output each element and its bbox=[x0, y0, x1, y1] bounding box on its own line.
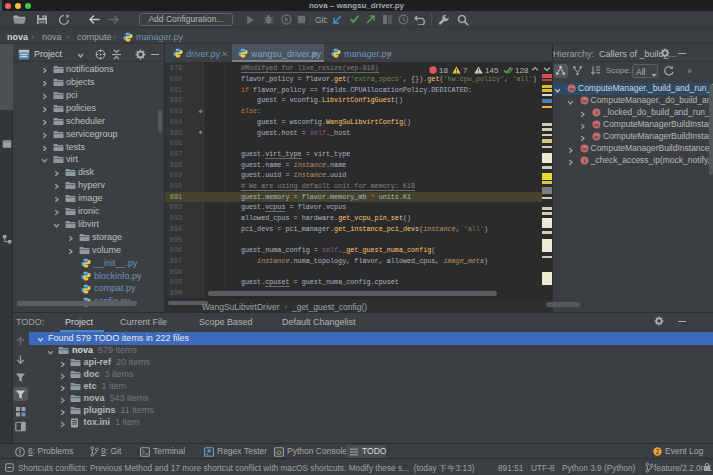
svg-text:m: m bbox=[569, 86, 574, 92]
svg-text:m: m bbox=[582, 146, 587, 152]
svg-text:2: 2 bbox=[656, 447, 660, 454]
svg-text:m: m bbox=[594, 134, 599, 140]
svg-text:m: m bbox=[582, 98, 587, 104]
svg-text:m: m bbox=[594, 122, 599, 128]
